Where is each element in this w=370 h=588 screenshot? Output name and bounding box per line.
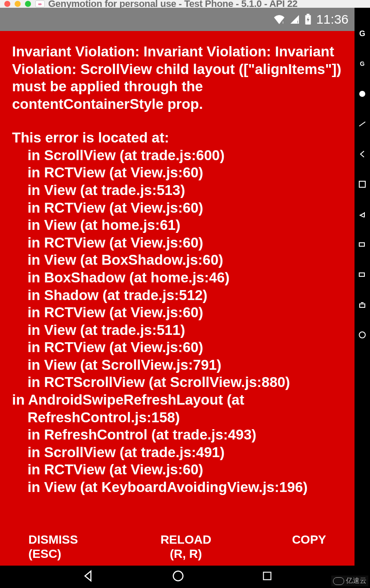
stack-frame[interactable]: in BoxShadow (at home.js:46)	[28, 269, 342, 287]
android-status-bar: ! ! 11:36	[0, 8, 355, 31]
cellular-icon: !	[290, 15, 300, 24]
stack-frame[interactable]: in RCTView (at View.js:60)	[28, 461, 342, 479]
genymotion-side-toolbar: G G	[355, 8, 370, 588]
stack-frame[interactable]: in ScrollView (at trade.js:491)	[28, 444, 342, 461]
side-tool-item[interactable]	[358, 240, 367, 249]
window-maximize-button[interactable]	[25, 1, 31, 7]
watermark: 亿速云	[331, 576, 368, 586]
error-button-row: DISMISS (ESC) RELOAD (R, R) COPY	[12, 526, 342, 566]
side-tool-item[interactable]	[358, 90, 367, 98]
nav-recents-button[interactable]	[262, 570, 273, 583]
stack-frame[interactable]: in View (at ScrollView.js:791)	[28, 356, 342, 374]
stack-frame[interactable]: in RCTScrollView (at ScrollView.js:880)	[28, 374, 342, 391]
stack-frame[interactable]: in Shadow (at trade.js:512)	[28, 287, 342, 304]
window-close-button[interactable]	[4, 1, 10, 7]
nav-back-button[interactable]	[82, 569, 95, 584]
status-time: 11:36	[316, 12, 348, 27]
watermark-text: 亿速云	[346, 576, 367, 585]
stack-header: This error is located at:	[12, 129, 342, 147]
side-tool-item[interactable]	[358, 210, 367, 219]
side-tool-back-icon[interactable]	[358, 150, 367, 158]
svg-point-7	[359, 91, 365, 97]
error-message: Invariant Violation: Invariant Violation…	[12, 43, 342, 113]
stack-frame[interactable]: in View (at trade.js:511)	[28, 322, 342, 339]
svg-point-12	[359, 332, 365, 338]
stack-frame[interactable]: in View (at trade.js:513)	[28, 182, 342, 199]
genymotion-app-icon: ∞	[35, 0, 45, 7]
stack-frame[interactable]: in View (at BoxShadow.js:60)	[28, 251, 342, 269]
stack-frame[interactable]: in RCTView (at View.js:60)	[28, 164, 342, 182]
svg-rect-10	[359, 273, 364, 276]
window-minimize-button[interactable]	[15, 1, 21, 7]
svg-point-5	[173, 571, 183, 581]
side-tool-g2[interactable]: G	[358, 59, 367, 68]
stack-frame[interactable]: in View (at KeyboardAvoidingView.js:196)	[28, 479, 342, 496]
device-screen: ! ! 11:36 Invariant Violation: Invariant…	[0, 8, 355, 566]
cloud-icon	[333, 577, 344, 585]
side-tool-item[interactable]	[358, 120, 367, 128]
svg-rect-4	[307, 14, 310, 15]
emulator-frame: ! ! 11:36 Invariant Violation: Invariant…	[0, 8, 370, 588]
svg-text:!: !	[282, 21, 284, 24]
stack-frame[interactable]: in AndroidSwipeRefreshLayout (at Refresh…	[28, 391, 342, 426]
battery-charging-icon	[304, 14, 312, 25]
side-tool-gps[interactable]: G	[358, 29, 367, 38]
mac-titlebar: ∞ Genymotion for personal use - Test Pho…	[0, 0, 370, 8]
svg-text:!: !	[297, 20, 298, 24]
svg-rect-6	[264, 572, 271, 579]
copy-button[interactable]: COPY	[262, 532, 326, 561]
svg-rect-9	[359, 243, 364, 246]
error-content[interactable]: Invariant Violation: Invariant Violation…	[12, 43, 342, 526]
react-native-redbox: Invariant Violation: Invariant Violation…	[0, 31, 355, 566]
stack-frame[interactable]: in RCTView (at View.js:60)	[28, 339, 342, 356]
dismiss-button[interactable]: DISMISS (ESC)	[28, 532, 110, 561]
side-tool-item[interactable]	[358, 180, 367, 189]
nav-home-button[interactable]	[172, 569, 185, 584]
side-tool-item[interactable]	[358, 270, 367, 279]
stack-frame[interactable]: in RCTView (at View.js:60)	[28, 199, 342, 217]
traffic-lights	[4, 1, 31, 7]
side-tool-item[interactable]	[358, 331, 367, 339]
stack-frame[interactable]: in RCTView (at View.js:60)	[28, 234, 342, 252]
stack-frame[interactable]: in View (at home.js:61)	[28, 217, 342, 234]
wifi-icon: !	[273, 15, 285, 24]
stack-frame[interactable]: in RCTView (at View.js:60)	[28, 304, 342, 322]
svg-rect-11	[360, 304, 365, 307]
svg-rect-8	[359, 181, 365, 187]
stack-frame[interactable]: in ScrollView (at trade.js:600)	[28, 147, 342, 164]
stack-frame[interactable]: in RefreshControl (at trade.js:493)	[28, 426, 342, 444]
reload-button[interactable]: RELOAD (R, R)	[119, 532, 253, 561]
side-tool-item[interactable]	[358, 300, 367, 309]
android-nav-bar	[0, 566, 355, 588]
